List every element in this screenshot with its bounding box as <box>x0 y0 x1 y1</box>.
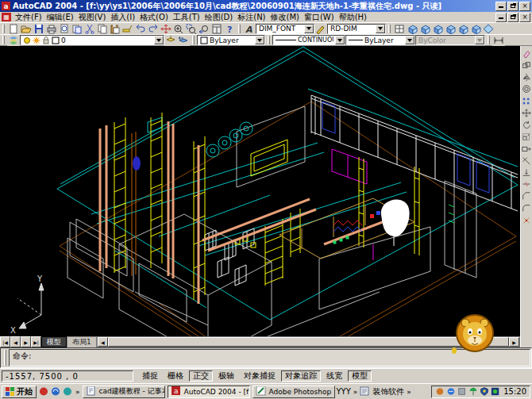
make-object-layer-current-icon[interactable] <box>164 35 177 46</box>
extend-icon[interactable] <box>521 167 532 178</box>
zoom-previous-icon[interactable] <box>198 23 210 34</box>
lion-mascot[interactable] <box>449 313 500 355</box>
toolbar-grip[interactable] <box>238 25 241 33</box>
taskbar-toolbar-decor[interactable]: 装饰软件 <box>372 386 404 397</box>
status-toggle-snap[interactable]: 捕捉 <box>138 370 162 382</box>
ql-app-3-icon[interactable] <box>62 386 73 397</box>
scroll-left-icon[interactable]: ◀ <box>98 337 108 347</box>
quick-launch-chevron[interactable]: » <box>75 388 81 396</box>
layer-combo[interactable]: 0 <box>20 35 164 45</box>
menu-item[interactable]: 文件(F) <box>13 12 44 23</box>
restore-button[interactable] <box>507 2 519 11</box>
close-button[interactable]: × <box>519 2 530 11</box>
properties-icon[interactable] <box>210 23 223 34</box>
chevron-down-icon[interactable] <box>335 36 345 44</box>
save-icon[interactable] <box>33 23 45 34</box>
chamfer-icon[interactable] <box>521 190 532 201</box>
toolbar-chevron[interactable]: » <box>353 388 359 396</box>
status-toggle-polar[interactable]: 极轴 <box>214 370 238 382</box>
chevron-down-icon[interactable] <box>376 25 385 33</box>
sw-isometric-icon[interactable] <box>457 23 469 34</box>
menu-item[interactable]: 插入(I) <box>108 12 137 23</box>
dim-style-icon[interactable] <box>314 23 327 34</box>
toolbar-grip[interactable] <box>388 25 391 33</box>
explode-icon[interactable] <box>521 214 532 225</box>
array-icon[interactable] <box>521 95 532 106</box>
start-button[interactable]: 开始 <box>2 386 37 398</box>
front-view-icon[interactable] <box>418 23 431 34</box>
ql-app-2-icon[interactable] <box>50 386 61 397</box>
menu-item[interactable]: 帮助(H) <box>337 12 369 23</box>
menu-item[interactable]: 工具(T) <box>171 12 202 23</box>
tray-5-icon[interactable] <box>480 387 489 397</box>
chevron-down-icon[interactable] <box>154 36 164 44</box>
plot-icon[interactable] <box>45 23 58 34</box>
named-views-icon[interactable] <box>393 23 406 34</box>
tab-model[interactable]: 模型 <box>41 336 67 347</box>
tab-layout1[interactable]: 布局1 <box>67 336 97 347</box>
color-combo[interactable]: ByLayer <box>197 35 265 45</box>
decor-software-icon[interactable] <box>360 386 371 397</box>
match-properties-icon[interactable] <box>121 23 134 34</box>
tab-nav-prev[interactable]: ◀ <box>10 336 21 347</box>
tray-1-icon[interactable] <box>435 387 445 397</box>
menu-item[interactable]: 窗口(W) <box>302 12 337 23</box>
status-toggle-ortho[interactable]: 正交 <box>189 370 213 382</box>
tray-3-icon[interactable] <box>457 387 467 397</box>
doc-minimize-button[interactable] <box>495 13 507 22</box>
left-view-icon[interactable] <box>431 23 444 34</box>
toolbar-grip[interactable] <box>2 25 5 33</box>
offset-icon[interactable] <box>521 83 532 94</box>
3d-orbit-icon[interactable] <box>482 23 495 34</box>
text-style-icon[interactable]: A <box>243 23 256 34</box>
document-icon[interactable]: ▦ <box>2 13 11 21</box>
status-toggle-model-space[interactable]: 模型 <box>348 370 372 382</box>
layer-previous-icon[interactable] <box>177 35 190 46</box>
tray-6-icon[interactable] <box>491 387 500 397</box>
menu-item[interactable]: 编辑(E) <box>44 12 76 23</box>
task-button-notepad[interactable]: cad建模教程 - 记事本 <box>83 386 165 398</box>
publish-icon[interactable] <box>71 23 83 34</box>
fillet-icon[interactable] <box>521 202 532 213</box>
dim-linear-icon[interactable] <box>492 35 505 46</box>
scroll-right-icon[interactable]: ▶ <box>509 337 519 347</box>
move-icon[interactable] <box>521 107 532 118</box>
toolbar-grip[interactable] <box>488 36 490 44</box>
erase-icon[interactable] <box>521 48 532 59</box>
tray-2-icon[interactable] <box>446 387 456 397</box>
linetype-combo[interactable]: CONTINUOUS <box>272 35 345 45</box>
toolbar-chevron[interactable]: » <box>406 388 412 396</box>
ne-isometric-icon[interactable] <box>469 23 482 34</box>
help-icon[interactable]: ? <box>223 23 236 34</box>
tab-nav-first[interactable]: |◀ <box>0 336 10 347</box>
pan-realtime-icon[interactable] <box>160 23 172 34</box>
task-button-autocad[interactable]: aAutoCAD 2004 - [f:\... <box>168 386 250 398</box>
status-toggle-grid[interactable]: 栅格 <box>164 370 187 382</box>
menu-item[interactable]: 绘图(D) <box>202 12 236 23</box>
lineweight-combo[interactable]: ByLayer <box>345 35 415 45</box>
copy-icon[interactable] <box>96 23 109 34</box>
menu-item[interactable]: 格式(O) <box>137 12 171 23</box>
text-style-combo[interactable]: DIM_FONT <box>256 24 314 34</box>
status-toggle-osnap[interactable]: 对象捕捉 <box>240 370 279 382</box>
copy-object-icon[interactable] <box>521 59 532 71</box>
rotate-icon[interactable] <box>521 119 532 130</box>
doc-restore-button[interactable] <box>507 13 519 22</box>
autocad-app-icon[interactable]: a <box>2 2 10 10</box>
se-isometric-icon[interactable] <box>444 23 457 34</box>
tray-4-icon[interactable] <box>468 387 478 397</box>
chevron-down-icon[interactable] <box>304 25 314 33</box>
drawing-viewport[interactable]: Y X <box>0 46 520 336</box>
toolbar-grip[interactable] <box>268 36 270 44</box>
chevron-down-icon[interactable] <box>405 36 414 44</box>
doc-close-button[interactable]: × <box>519 13 530 22</box>
ql-app-1-icon[interactable] <box>38 386 49 397</box>
paste-icon[interactable] <box>109 23 121 34</box>
menu-item[interactable]: 标注(N) <box>235 12 268 23</box>
layer-properties-icon[interactable] <box>7 35 20 46</box>
minimize-button[interactable] <box>495 2 507 11</box>
task-button-photoshop[interactable]: Adobe Photoshop <box>253 386 335 398</box>
cut-icon[interactable] <box>83 23 96 34</box>
tab-nav-next[interactable]: ▶ <box>21 336 31 347</box>
status-toggle-lineweight[interactable]: 线宽 <box>322 370 346 382</box>
